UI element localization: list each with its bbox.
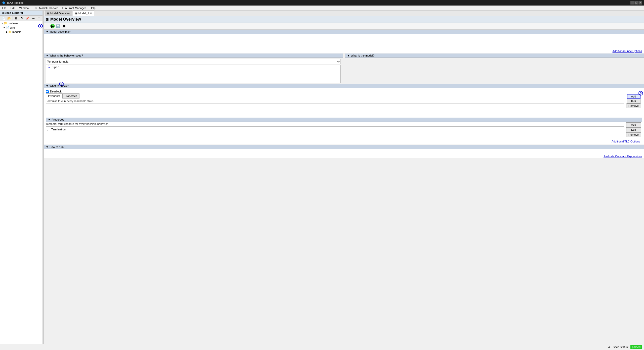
edit-property-button[interactable]: Edit: [626, 127, 641, 132]
tab-model-overview[interactable]: ⊞ Model Overview: [45, 11, 72, 16]
annotation-3: 3: [638, 91, 643, 95]
model-description-label: Model description: [50, 30, 71, 33]
deadlock-label: Deadlock: [50, 90, 62, 93]
add-property-button[interactable]: Add: [626, 122, 641, 127]
evaluate-link[interactable]: Evaluate Constant Expressions: [44, 154, 644, 158]
remove-property-button[interactable]: Remove: [626, 132, 641, 137]
behavior-spec-header[interactable]: ▼ What is the behavior spec?: [44, 54, 343, 58]
menu-edit[interactable]: Edit: [10, 7, 16, 10]
model-overview-icon: ⊞: [46, 17, 49, 21]
what-is-model-body: [345, 58, 644, 60]
what-is-model-label: What is the model?: [351, 54, 374, 57]
tree-item-root[interactable]: ▼ 📁 modules: [0, 21, 42, 25]
how-to-run-section: ▼ How to run? Evaluate Constant Expressi…: [44, 145, 644, 158]
model-description-section: ▼ Model description Additional Spec Opti…: [44, 30, 644, 53]
sidebar-header: ⊞ Spec Explorer: [0, 11, 42, 16]
spec-text-area: 1 Spec: [46, 65, 341, 83]
close-button[interactable]: ✕: [638, 1, 642, 5]
check-content: Invariants Properties Formulas true in e…: [46, 93, 624, 117]
remove-invariant-button[interactable]: Remove: [626, 104, 641, 108]
tab-label-model1: Model_1: [78, 12, 89, 15]
properties-desc: Temporal formulas true for every possibl…: [46, 122, 624, 126]
tab-bar: ⊞ Model Overview ⊞ Model_1 ✕: [44, 11, 644, 16]
menu-file[interactable]: File: [1, 7, 8, 10]
how-to-run-label: How to run?: [50, 145, 64, 148]
additional-tlc-options-link[interactable]: Additional TLC Options: [46, 139, 642, 143]
tree-label-models: models: [12, 30, 21, 33]
tree-label-modules: modules: [8, 22, 18, 25]
behavior-spec-collapse-icon: ▼: [46, 54, 49, 57]
properties-container: Temporal formulas true for every possibl…: [46, 122, 642, 139]
properties-list: Termination: [46, 126, 624, 139]
sidebar-collapse-btn[interactable]: ⊟: [14, 16, 19, 21]
menu-proof-manager[interactable]: TLA Proof Manager: [61, 7, 87, 10]
what-to-check-label: What to check?: [50, 84, 69, 87]
termination-label: Termination: [51, 128, 66, 131]
properties-button-group: Add Edit Remove: [625, 122, 642, 139]
sidebar-pin-btn[interactable]: 📌: [25, 16, 30, 21]
properties-header[interactable]: ▼ Properties: [46, 118, 642, 122]
minimize-button[interactable]: ─: [630, 1, 634, 5]
properties-collapse-icon: ▼: [48, 118, 51, 121]
model-description-body: [44, 34, 644, 49]
additional-spec-options-link[interactable]: Additional Spec Options: [44, 49, 644, 53]
refresh-button[interactable]: 🔄: [55, 23, 61, 29]
invariants-tab[interactable]: Invariants: [46, 93, 62, 98]
model-overview-title: Model Overview: [50, 17, 81, 22]
sidebar-maximize-btn[interactable]: □: [36, 16, 41, 21]
tab-close-model1[interactable]: ✕: [90, 12, 92, 15]
behavior-spec-body: Temporal formula No Behavior Spec Action…: [44, 58, 343, 84]
app-icon: 🔷: [2, 1, 6, 5]
sidebar-new-btn[interactable]: 📄: [1, 16, 6, 21]
termination-checkbox[interactable]: [47, 128, 50, 131]
tab-label-model-overview: Model Overview: [50, 12, 70, 15]
what-to-check-body: Deadlock Invariants Properties Formulas …: [44, 88, 644, 144]
restore-button[interactable]: □: [634, 1, 638, 5]
sidebar-right-controls: ─ □: [31, 16, 41, 21]
run-button[interactable]: ▶: [50, 24, 55, 28]
status-bar: 🖥 Spec Status: parsed: [0, 344, 644, 349]
menu-window[interactable]: Window: [18, 7, 30, 10]
menu-bar: File Edit Window TLC Model Checker TLA P…: [0, 6, 644, 11]
formula-type-select[interactable]: Temporal formula No Behavior Spec Action…: [46, 59, 341, 64]
model-description-header[interactable]: ▼ Model description: [44, 30, 644, 34]
what-to-check-header[interactable]: ▼ What to check?: [44, 84, 644, 88]
main-panel: ⊞ Model Overview 4 ▶ 🔄 ⏹ ▼ Model descrip…: [44, 16, 644, 344]
deadlock-checkbox[interactable]: [46, 90, 49, 93]
deadlock-row: Deadlock: [46, 89, 642, 93]
invariants-container: Invariants Properties Formulas true in e…: [46, 93, 642, 117]
what-is-model-header[interactable]: ▼ What is the model?: [345, 54, 644, 58]
sidebar-refresh-btn[interactable]: ↻: [19, 16, 24, 21]
menu-help[interactable]: Help: [89, 7, 97, 10]
invariants-button-group: 3 Add Edit Remove: [625, 93, 642, 117]
properties-tab[interactable]: Properties: [62, 93, 79, 98]
status-network-icon: 🖥: [607, 345, 611, 349]
evaluate-link-text: Evaluate Constant Expressions: [604, 155, 642, 158]
what-to-check-section: ▼ What to check? Deadlock Invari: [44, 84, 644, 144]
stop-button[interactable]: ⏹: [61, 23, 67, 29]
sidebar-sep-1: [13, 16, 13, 20]
properties-content: Temporal formulas true for every possibl…: [46, 122, 624, 139]
tree-item-wire[interactable]: ▼ 📄 wire: [0, 25, 42, 30]
tree-icon-root: 📁: [4, 22, 7, 25]
tree-arrow-wire: ▼: [3, 26, 5, 29]
title-bar: 🔷 TLA+ Toolbox ─ □ ✕: [0, 0, 644, 6]
tree-item-models[interactable]: ▶ 📁 models: [0, 30, 42, 34]
edit-invariant-button[interactable]: Edit: [627, 99, 640, 104]
how-to-run-header[interactable]: ▼ How to run?: [44, 145, 644, 149]
termination-row: Termination: [47, 127, 623, 131]
title-bar-controls[interactable]: ─ □ ✕: [630, 1, 642, 5]
additional-spec-options-text: Additional Spec Options: [613, 49, 642, 53]
sidebar-open-btn[interactable]: 📂: [7, 16, 12, 21]
app-title: TLA+ Toolbox: [7, 1, 23, 4]
model-description-input[interactable]: [46, 35, 642, 47]
tree-label-wire: wire: [10, 26, 15, 29]
spec-status-label: Spec Status:: [613, 345, 628, 348]
title-bar-left: 🔷 TLA+ Toolbox: [2, 1, 23, 5]
action-toolbar: 4 ▶ 🔄 ⏹: [44, 23, 644, 30]
sidebar-minimize-btn[interactable]: ─: [31, 16, 36, 21]
sidebar-toolbar: 📄 📂 ⊟ ↻ 📌 ─ □: [0, 16, 42, 21]
tab-model1[interactable]: ⊞ Model_1 ✕: [73, 11, 94, 16]
add-invariant-button[interactable]: Add: [627, 94, 640, 99]
menu-tlc-checker[interactable]: TLC Model Checker: [32, 7, 59, 10]
